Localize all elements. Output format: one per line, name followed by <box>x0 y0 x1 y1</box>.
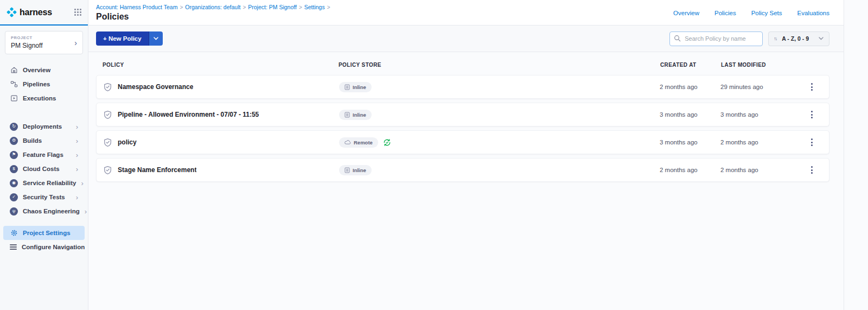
chaos-engineering-icon: ψ <box>10 207 18 216</box>
app-launcher-icon[interactable] <box>74 9 81 16</box>
project-name: PM Signoff <box>11 42 77 49</box>
sidebar: harness PROJECT PM Signoff › Overview Pi… <box>0 0 88 310</box>
sidebar-item-label: Project Settings <box>23 230 71 236</box>
sidebar-nav: Overview Pipelines Executions ↻ Deployme… <box>0 56 88 254</box>
tab-overview[interactable]: Overview <box>673 10 699 25</box>
sidebar-item-chaos-engineering[interactable]: ψ Chaos Engineering › <box>3 204 85 218</box>
brand-name: harness <box>20 8 52 17</box>
table-row[interactable]: Pipeline - Allowed Environment - 07/07 -… <box>96 103 829 126</box>
breadcrumb-organization[interactable]: Organizations: default <box>185 4 240 10</box>
tab-policies[interactable]: Policies <box>714 10 736 25</box>
breadcrumb: Account: Harness Product Team > Organiza… <box>96 4 330 10</box>
policy-name: Stage Name Enforcement <box>118 166 196 174</box>
table-row[interactable]: Namespace Governance Inline 2 months ago… <box>96 75 829 99</box>
sidebar-item-project-settings[interactable]: Project Settings <box>3 226 85 240</box>
project-label: PROJECT <box>11 35 77 40</box>
harness-logo[interactable]: harness <box>7 7 52 17</box>
sidebar-item-overview[interactable]: Overview <box>3 63 85 77</box>
policy-shield-check-icon <box>103 166 112 175</box>
breadcrumb-project[interactable]: Project: PM Signoff <box>248 4 297 10</box>
sync-success-icon <box>383 138 391 147</box>
breadcrumb-separator: > <box>180 4 183 10</box>
executions-icon <box>10 94 18 103</box>
page-title: Policies <box>96 12 330 22</box>
row-menu-kebab-icon[interactable] <box>808 136 816 148</box>
row-menu-kebab-icon[interactable] <box>808 109 816 121</box>
breadcrumb-separator: > <box>327 4 330 10</box>
policy-shield-check-icon <box>103 110 112 119</box>
sidebar-item-builds[interactable]: ⚙ Builds › <box>3 134 85 148</box>
sidebar-item-label: Chaos Engineering <box>23 208 80 214</box>
breadcrumb-account[interactable]: Account: Harness Product Team <box>96 4 177 10</box>
tab-policy-sets[interactable]: Policy Sets <box>751 10 782 25</box>
sidebar-item-cloud-costs[interactable]: $ Cloud Costs › <box>3 162 85 176</box>
policies-table: POLICY POLICY STORE CREATED AT LAST MODI… <box>88 52 844 310</box>
cloud-costs-icon: $ <box>10 165 18 173</box>
new-policy-split-button: + New Policy <box>96 31 163 46</box>
pipelines-icon <box>10 80 18 88</box>
policy-shield-check-icon <box>103 138 112 147</box>
chevron-right-icon: › <box>85 208 87 215</box>
inline-file-icon <box>344 84 350 90</box>
store-badge: Inline <box>339 165 372 175</box>
chevron-down-icon <box>819 37 824 40</box>
chevron-right-icon: › <box>76 137 78 144</box>
sidebar-header: harness <box>0 0 88 26</box>
sidebar-item-configure-navigation[interactable]: Configure Navigation <box>3 240 85 254</box>
new-policy-dropdown-button[interactable] <box>149 31 163 46</box>
deployments-icon: ↻ <box>10 123 18 131</box>
chevron-down-icon <box>154 37 158 40</box>
search-wrap <box>669 31 763 46</box>
chevron-right-icon: › <box>74 39 77 47</box>
store-badge: Remote <box>339 137 378 148</box>
policy-name: Pipeline - Allowed Environment - 07/07 -… <box>118 111 259 118</box>
created-at: 3 months ago <box>660 139 720 145</box>
sidebar-item-feature-flags[interactable]: ⚑ Feature Flags › <box>3 148 85 162</box>
chevron-right-icon: › <box>76 166 78 173</box>
row-menu-kebab-icon[interactable] <box>808 81 816 93</box>
sidebar-item-service-reliability[interactable]: ◉ Service Reliability › <box>3 176 85 190</box>
sidebar-item-pipelines[interactable]: Pipelines <box>3 77 85 91</box>
table-row[interactable]: Stage Name Enforcement Inline 2 months a… <box>96 158 829 182</box>
policy-name: Namespace Governance <box>118 83 193 91</box>
sidebar-item-label: Configure Navigation <box>22 244 85 250</box>
page-header: Account: Harness Product Team > Organiza… <box>88 0 844 26</box>
sidebar-item-label: Pipelines <box>23 81 50 87</box>
row-menu-kebab-icon[interactable] <box>808 164 816 176</box>
chevron-right-icon: › <box>76 123 78 130</box>
breadcrumb-settings[interactable]: Settings <box>304 4 325 10</box>
security-tests-icon: ✓ <box>10 193 18 201</box>
store-badge-label: Inline <box>353 167 366 173</box>
home-icon <box>10 66 18 74</box>
sidebar-item-security-tests[interactable]: ✓ Security Tests › <box>3 190 85 204</box>
policy-nav-links: Overview Policies Policy Sets Evaluation… <box>673 4 829 25</box>
inline-file-icon <box>344 167 350 173</box>
remote-cloud-icon <box>344 140 351 145</box>
toolbar: + New Policy ↑↓ A - Z, 0 - 9 <box>88 26 844 52</box>
main-area: Account: Harness Product Team > Organiza… <box>88 0 844 310</box>
store-badge: Inline <box>339 110 372 120</box>
right-rail <box>844 0 868 310</box>
sidebar-item-executions[interactable]: Executions <box>3 91 85 105</box>
chevron-right-icon: › <box>76 151 78 159</box>
store-badge: Inline <box>339 82 372 92</box>
table-row[interactable]: policy Remote 3 months ago 2 months ago <box>96 130 829 154</box>
sort-dropdown[interactable]: ↑↓ A - Z, 0 - 9 <box>768 31 829 46</box>
last-modified: 29 minutes ago <box>720 84 801 90</box>
search-input[interactable] <box>669 31 763 46</box>
tab-evaluations[interactable]: Evaluations <box>797 10 829 25</box>
project-selector[interactable]: PROJECT PM Signoff › <box>5 31 83 54</box>
feature-flags-icon: ⚑ <box>10 151 18 159</box>
column-header-last-modified: LAST MODIFIED <box>721 62 801 68</box>
sort-arrows-icon: ↑↓ <box>774 36 776 41</box>
builds-icon: ⚙ <box>10 137 18 145</box>
column-header-policy-store: POLICY STORE <box>339 62 660 68</box>
gear-icon <box>10 229 18 237</box>
store-badge-label: Inline <box>353 84 366 90</box>
policy-name: policy <box>118 138 137 146</box>
table-header-row: POLICY POLICY STORE CREATED AT LAST MODI… <box>96 62 829 68</box>
last-modified: 2 months ago <box>720 139 801 145</box>
new-policy-button[interactable]: + New Policy <box>96 31 149 46</box>
sidebar-item-deployments[interactable]: ↻ Deployments › <box>3 119 85 134</box>
sidebar-item-label: Deployments <box>23 123 62 130</box>
